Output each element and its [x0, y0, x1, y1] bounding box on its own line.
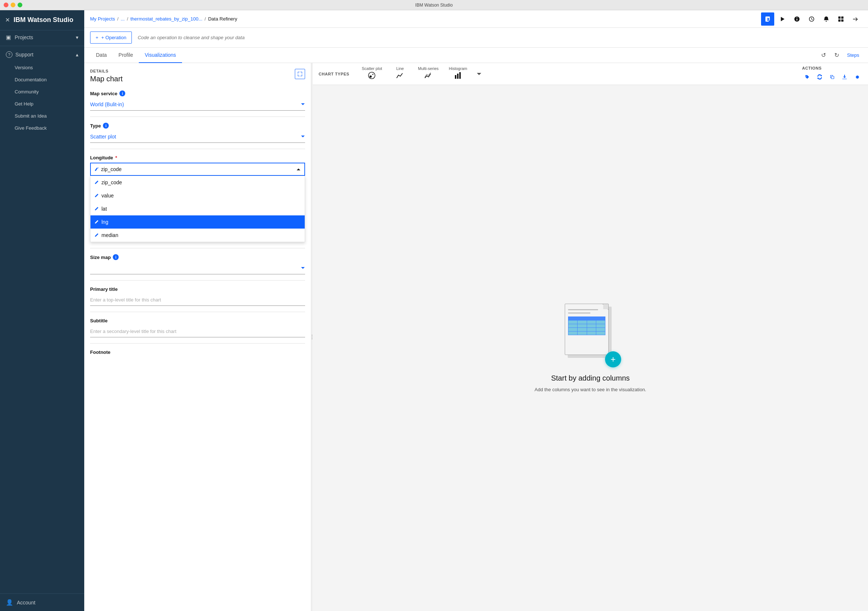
- type-dropdown[interactable]: Scatter plot: [90, 131, 305, 143]
- info-button[interactable]: [790, 12, 803, 26]
- support-header[interactable]: ? Support ▴: [0, 48, 84, 62]
- chart-type-multi-series[interactable]: Multi-series: [413, 64, 443, 84]
- option-lng[interactable]: lng: [90, 216, 305, 229]
- actions-section: ACTIONS: [802, 66, 862, 82]
- sidebar-item-documentation[interactable]: Documentation: [0, 74, 84, 86]
- svg-point-6: [372, 74, 374, 75]
- info-icon: [794, 16, 800, 22]
- chart-type-histogram[interactable]: Histogram: [444, 64, 473, 84]
- projects-chevron: ▾: [76, 34, 78, 40]
- breadcrumb-sep-2: /: [127, 16, 128, 22]
- svg-rect-9: [459, 72, 461, 79]
- operation-button[interactable]: + + Operation: [90, 31, 132, 43]
- top-nav: My Projects / ... / thermostat_rebates_b…: [84, 10, 868, 28]
- panel-details-label: DETAILS: [90, 69, 123, 73]
- content-area: DETAILS Map chart Map service i World (B…: [84, 63, 868, 611]
- maximize-button[interactable]: [18, 3, 22, 7]
- grid-button[interactable]: [834, 12, 848, 26]
- footnote-label: Footnote: [90, 349, 305, 355]
- chart-types-bar: CHART TYPES Scatter plot: [313, 63, 868, 85]
- window-controls[interactable]: [4, 3, 22, 7]
- chart-types-label: CHART TYPES: [319, 72, 349, 76]
- play-icon: [780, 16, 785, 22]
- download-icon: [842, 74, 847, 79]
- option-median[interactable]: median: [90, 229, 305, 242]
- sidebar-item-submit-idea[interactable]: Submit an Idea: [0, 110, 84, 122]
- breadcrumb-data-refinery: Data Refinery: [208, 16, 237, 22]
- type-info-icon[interactable]: i: [103, 123, 109, 129]
- tab-visualizations[interactable]: Visualizations: [139, 48, 182, 63]
- sidebar-account[interactable]: 👤 Account: [0, 593, 84, 611]
- pencil-icon: [95, 233, 99, 237]
- add-columns-button[interactable]: +: [605, 351, 621, 368]
- type-chevron-down-icon: [301, 135, 305, 139]
- grid-icon: [838, 16, 844, 22]
- breadcrumb-thermostat[interactable]: thermostat_rebates_by_zip_100...: [130, 16, 203, 22]
- panel-chart-title: Map chart: [90, 75, 123, 83]
- sidebar-item-give-feedback[interactable]: Give Feedback: [0, 122, 84, 134]
- chart-type-line[interactable]: Line: [387, 64, 413, 84]
- breadcrumb-sep-3: /: [205, 16, 206, 22]
- longitude-dropdown-input[interactable]: zip_code: [90, 163, 305, 176]
- sidebar-item-versions[interactable]: Versions: [0, 62, 84, 74]
- operation-bar: + + Operation Code an operation to clean…: [84, 28, 868, 48]
- save-icon-button[interactable]: [761, 12, 774, 26]
- sidebar-item-get-help[interactable]: Get Help: [0, 98, 84, 110]
- tabs-right-actions: ↺ ↻ Steps: [818, 50, 862, 61]
- breadcrumb-ellipsis[interactable]: ...: [121, 16, 125, 22]
- map-service-info-icon[interactable]: i: [119, 90, 125, 96]
- sidebar-header: ✕ IBM Watson Studio: [0, 10, 84, 30]
- pencil-icon: [95, 181, 99, 184]
- log-button[interactable]: [805, 12, 818, 26]
- chart-type-scatter-plot[interactable]: Scatter plot: [357, 64, 388, 84]
- type-label: Type i: [90, 123, 305, 129]
- breadcrumb-my-projects[interactable]: My Projects: [90, 16, 115, 22]
- primary-title-field: Primary title: [84, 282, 311, 310]
- option-lat[interactable]: lat: [90, 202, 305, 216]
- subtitle-input[interactable]: [90, 326, 305, 337]
- account-label: Account: [17, 600, 36, 605]
- sidebar: ✕ IBM Watson Studio ▣ Projects ▾ ? Suppo…: [0, 10, 84, 611]
- tab-profile[interactable]: Profile: [113, 48, 139, 63]
- size-map-info-icon[interactable]: i: [113, 254, 119, 260]
- download-button[interactable]: [839, 72, 850, 82]
- close-button[interactable]: [4, 3, 8, 7]
- sidebar-nav: ▣ Projects ▾ ? Support ▴ Versions: [0, 30, 84, 593]
- chart-types-expand-button[interactable]: [474, 69, 484, 79]
- exit-button[interactable]: [849, 12, 862, 26]
- undo-button[interactable]: ↺: [818, 50, 829, 61]
- app-container: ✕ IBM Watson Studio ▣ Projects ▾ ? Suppo…: [0, 10, 868, 611]
- operation-button-label: + Operation: [101, 35, 126, 40]
- notifications-button[interactable]: [820, 12, 833, 26]
- sidebar-item-projects[interactable]: ▣ Projects ▾: [0, 30, 84, 44]
- copy-button[interactable]: [827, 72, 837, 82]
- tab-data[interactable]: Data: [90, 48, 113, 63]
- svg-point-5: [369, 76, 372, 78]
- sidebar-item-community[interactable]: Community: [0, 86, 84, 98]
- map-service-dropdown[interactable]: World (Bulit-in): [90, 99, 305, 111]
- redo-button[interactable]: ↻: [831, 50, 843, 61]
- expand-icon: [298, 72, 302, 76]
- option-zip-code[interactable]: zip_code: [90, 176, 305, 189]
- settings-button[interactable]: [852, 72, 862, 82]
- chevron-down-icon: [301, 102, 305, 107]
- subtitle-field: Subtitle: [84, 313, 311, 342]
- steps-link[interactable]: Steps: [844, 51, 862, 59]
- primary-title-input[interactable]: [90, 294, 305, 306]
- tag-button[interactable]: [802, 72, 812, 82]
- sidebar-close-icon[interactable]: ✕: [5, 17, 10, 23]
- size-map-label: Size map i: [90, 254, 305, 260]
- option-value[interactable]: value: [90, 189, 305, 202]
- play-button[interactable]: [776, 12, 789, 26]
- panel-expand-button[interactable]: [295, 69, 305, 79]
- left-panel: DETAILS Map chart Map service i World (B…: [84, 63, 311, 611]
- svg-rect-10: [831, 76, 834, 79]
- arrow-right-icon: [852, 16, 859, 22]
- longitude-label: Longitude *: [90, 155, 305, 160]
- chevron-up-icon: [296, 167, 301, 171]
- panel-header: DETAILS Map chart: [84, 63, 311, 86]
- refresh-button[interactable]: [815, 72, 825, 82]
- minimize-button[interactable]: [11, 3, 16, 7]
- size-map-dropdown[interactable]: —: [90, 262, 305, 274]
- sidebar-divider: [0, 46, 84, 46]
